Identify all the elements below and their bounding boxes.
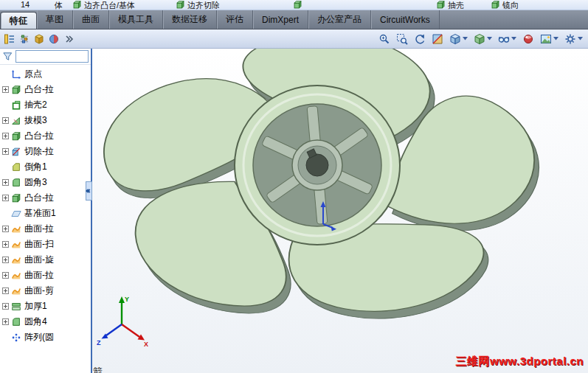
ribbon-tab-0[interactable]: 特征	[0, 12, 37, 29]
expand-plus-icon[interactable]	[2, 287, 9, 294]
panel-overflow-icon[interactable]	[63, 33, 75, 45]
feature-command-label[interactable]: 抽壳	[448, 0, 464, 10]
tree-item-16[interactable]: 圆角4	[0, 314, 91, 330]
main-area: 原点凸台-拉抽壳2拔模3凸台-拉切除-拉倒角1圆角3凸台-拉基准面1曲面-拉曲面…	[0, 49, 588, 373]
tree-filter-input[interactable]	[15, 50, 89, 63]
tree-item-12[interactable]: 曲面-旋	[0, 252, 91, 268]
edit-appearance-icon[interactable]	[521, 32, 536, 46]
tree-item-14[interactable]: 曲面-剪	[0, 283, 91, 299]
tree-item-label: 曲面-剪	[24, 285, 54, 297]
panel-collapse-handle[interactable]	[86, 181, 92, 201]
expand-plus-icon[interactable]	[2, 133, 9, 139]
triad-z-label: Z	[97, 339, 101, 346]
tree-item-label: 阵列(圆	[24, 331, 54, 344]
view-settings-icon[interactable]	[563, 32, 584, 46]
expand-plus-icon[interactable]	[2, 195, 9, 201]
configurationmanager-tab-icon[interactable]	[33, 33, 45, 45]
feature-command-label[interactable]: 边齐切除	[187, 0, 220, 10]
ribbon-tab-3[interactable]: 模具工具	[109, 10, 163, 29]
ribbon-tab-2[interactable]: 曲面	[73, 10, 109, 29]
fillet-icon	[11, 317, 21, 327]
ribbon-tab-1[interactable]: 草图	[37, 10, 73, 29]
zoom-to-area-icon[interactable]	[395, 32, 409, 46]
feature-command-icon[interactable]	[293, 0, 302, 10]
hide-show-items-icon[interactable]	[497, 32, 518, 46]
tree-item-label: 圆角4	[24, 316, 47, 328]
expand-plus-icon[interactable]	[2, 272, 9, 279]
tree-item-10[interactable]: 曲面-拉	[0, 221, 91, 237]
ribbon-tab-4[interactable]: 数据迁移	[163, 10, 217, 29]
ribbon-tab-5[interactable]: 评估	[217, 10, 253, 29]
secondary-toolbar	[0, 29, 588, 49]
cut-icon	[11, 147, 21, 157]
expand-plus-icon[interactable]	[2, 226, 9, 232]
expand-plus-icon[interactable]	[2, 303, 9, 310]
previous-view-icon[interactable]	[412, 32, 427, 46]
tree-item-3[interactable]: 拔模3	[0, 113, 91, 128]
triad-y-label: Y	[125, 296, 129, 303]
tree-item-1[interactable]: 凸台-拉	[0, 82, 91, 97]
thicken-icon	[11, 301, 21, 312]
feature-command-label[interactable]: 镜向	[502, 0, 519, 10]
solidworks-window: 14体边齐凸台/基体边齐切除抽壳镜向 特征草图曲面模具工具数据迁移评估DimXp…	[0, 0, 588, 373]
pattern-icon	[11, 332, 21, 343]
tree-item-9[interactable]: 基准面1	[0, 206, 91, 221]
tree-item-2[interactable]: 抽壳2	[0, 97, 91, 113]
expand-plus-icon[interactable]	[2, 241, 9, 248]
featuremanager-tab-icon[interactable]	[4, 33, 15, 45]
expand-plus-icon[interactable]	[2, 179, 9, 186]
surface-icon	[11, 271, 21, 281]
view-orientation-icon[interactable]	[448, 32, 469, 46]
expand-plus-icon[interactable]	[2, 318, 9, 325]
tree-item-label: 曲面-拉	[24, 269, 54, 282]
zoom-to-fit-icon[interactable]	[377, 32, 392, 46]
expand-plus-icon[interactable]	[2, 86, 9, 93]
tree-item-17[interactable]: 阵列(圆	[0, 330, 91, 345]
tree-item-4[interactable]: 凸台-拉	[0, 128, 91, 144]
expand-plus-icon[interactable]	[2, 257, 9, 263]
tree-item-7[interactable]: 圆角3	[0, 175, 91, 190]
ribbon-tab-7[interactable]: 办公室产品	[308, 10, 371, 29]
surface-icon	[11, 286, 21, 296]
feature-command-label[interactable]: 边齐凸台/基体	[84, 0, 135, 10]
tree-item-label: 原点	[24, 68, 42, 80]
ribbon-tab-bar: 特征草图曲面模具工具数据迁移评估DimXpert办公室产品CircuitWork…	[0, 10, 588, 29]
tree-item-8[interactable]: 凸台-拉	[0, 190, 91, 206]
tree-item-13[interactable]: 曲面-拉	[0, 268, 91, 283]
surface-icon	[11, 255, 21, 265]
tree-item-15[interactable]: 加厚1	[0, 299, 91, 314]
boss-icon	[11, 193, 21, 203]
triad-x-label: X	[144, 341, 148, 348]
tree-item-label: 凸台-拉	[24, 192, 54, 204]
propertymanager-tab-icon[interactable]	[18, 33, 30, 45]
tree-item-6[interactable]: 倒角1	[0, 159, 91, 175]
tree-item-label: 加厚1	[24, 300, 47, 313]
expand-plus-icon[interactable]	[2, 148, 9, 155]
expand-plus-icon[interactable]	[2, 117, 9, 124]
feature-command-label[interactable]: 14	[21, 0, 30, 9]
feature-command-label[interactable]: 体	[55, 0, 63, 10]
feature-command-icon[interactable]	[436, 0, 446, 10]
feature-command-icon[interactable]	[72, 0, 82, 10]
ribbon-tab-8[interactable]: CircuitWorks	[371, 10, 440, 29]
apply-scene-icon[interactable]	[539, 32, 560, 46]
tree-item-label: 切除-拉	[24, 145, 54, 158]
tree-item-label: 凸台-拉	[24, 130, 54, 142]
tree-item-label: 基准面1	[24, 207, 56, 220]
feature-tree: 原点凸台-拉抽壳2拔模3凸台-拉切除-拉倒角1圆角3凸台-拉基准面1曲面-拉曲面…	[0, 65, 91, 345]
feature-manager-panel: 原点凸台-拉抽壳2拔模3凸台-拉切除-拉倒角1圆角3凸台-拉基准面1曲面-拉曲面…	[0, 49, 92, 373]
tree-item-11[interactable]: 曲面-扫	[0, 237, 91, 252]
display-style-icon[interactable]	[472, 32, 494, 46]
watermark: 三维网www.3dportal.cn	[456, 355, 584, 369]
displaymanager-tab-icon[interactable]	[48, 33, 60, 45]
section-view-icon[interactable]	[430, 32, 445, 46]
feature-command-icon[interactable]	[491, 0, 500, 10]
viewport-3d[interactable]: Y X Z 箭... 三维网www.3dportal.cn	[92, 49, 588, 373]
tree-item-0[interactable]: 原点	[0, 66, 91, 82]
feature-command-icon[interactable]	[176, 0, 185, 10]
panel-tab-icons	[4, 33, 75, 45]
ribbon-tab-6[interactable]: DimXpert	[253, 10, 308, 29]
tree-item-label: 曲面-旋	[24, 254, 54, 266]
tree-item-5[interactable]: 切除-拉	[0, 144, 91, 159]
tree-filter-row	[0, 49, 91, 65]
